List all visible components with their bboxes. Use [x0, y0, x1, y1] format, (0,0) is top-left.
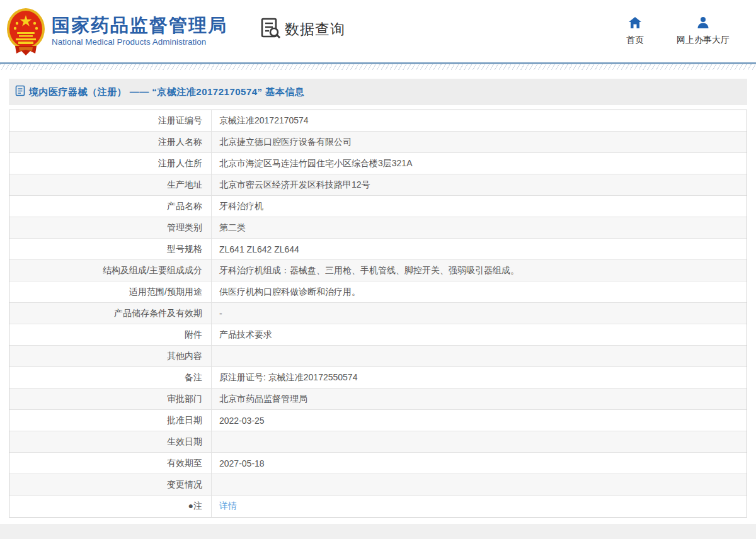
table-row: 备注原注册证号: 京械注准20172550574	[9, 367, 747, 389]
row-label: 注册证编号	[9, 110, 212, 131]
row-label: 注册人住所	[9, 153, 212, 174]
table-row: 管理类别第二类	[9, 217, 747, 239]
document-icon	[15, 85, 25, 99]
row-label: 管理类别	[9, 217, 212, 238]
home-icon	[628, 16, 642, 31]
row-label: 有效期至	[9, 453, 212, 474]
row-label: 生产地址	[9, 174, 212, 195]
table-row: 产品名称牙科治疗机	[9, 196, 747, 217]
row-label: 备注	[9, 367, 212, 388]
document-search-icon	[260, 17, 282, 42]
row-value: 北京捷立德口腔医疗设备有限公司	[212, 132, 747, 152]
row-value: 2022-03-25	[212, 410, 747, 431]
row-label: 产品名称	[9, 196, 212, 217]
table-row: 型号规格ZL641 ZL642 ZL644	[9, 239, 747, 260]
table-row: ●注详情	[9, 496, 747, 517]
detail-link[interactable]: 详情	[219, 501, 237, 512]
row-value: 北京市密云区经济开发区科技路甲12号	[212, 174, 747, 195]
row-label: 适用范围/预期用途	[9, 281, 212, 302]
nav-service-hall-label: 网上办事大厅	[677, 35, 730, 46]
row-value: 京械注准20172170574	[212, 110, 747, 131]
row-label: 变更情况	[9, 474, 212, 495]
row-value: ZL641 ZL642 ZL644	[212, 239, 747, 259]
row-value: 牙科治疗机组成：器械盘、三用枪、手机管线、脚控开关、强弱吸引器组成。	[212, 260, 747, 281]
top-nav: 首页 网上办事大厅	[626, 16, 730, 46]
table-row: 适用范围/预期用途供医疗机构口腔科做诊断和治疗用。	[9, 281, 747, 303]
row-value: 详情	[212, 496, 747, 517]
data-query-label: 数据查询	[285, 20, 345, 39]
header-hatch-pattern	[0, 64, 756, 70]
table-row: 生效日期	[9, 431, 747, 453]
footer-strip	[0, 524, 756, 539]
page-title: 境内医疗器械（注册） —— “京械注准20172170574” 基本信息	[29, 86, 304, 98]
table-row: 产品储存条件及有效期-	[9, 303, 747, 324]
row-value: 北京市药品监督管理局	[212, 389, 747, 409]
row-value	[212, 346, 747, 366]
row-value: 第二类	[212, 217, 747, 238]
table-row: 变更情况	[9, 474, 747, 496]
data-query-section[interactable]: 数据查询	[260, 17, 345, 42]
row-label: 附件	[9, 324, 212, 345]
row-label: 结构及组成/主要组成成分	[9, 260, 212, 281]
header: 国家药品监督管理局 National Medical Products Admi…	[0, 0, 756, 62]
table-row: 批准日期2022-03-25	[9, 410, 747, 431]
row-label: 审批部门	[9, 389, 212, 409]
row-value: 牙科治疗机	[212, 196, 747, 217]
row-value: 原注册证号: 京械注准20172550574	[212, 367, 747, 388]
agency-title-block: 国家药品监督管理局 National Medical Products Admi…	[52, 16, 227, 47]
table-row: 注册证编号京械注准20172170574	[9, 110, 747, 132]
agency-name-en: National Medical Products Administration	[52, 37, 227, 47]
row-label: 生效日期	[9, 431, 212, 452]
table-row: 注册人住所北京市海淀区马连洼竹园住宅小区综合楼3层321A	[9, 153, 747, 174]
row-value	[212, 431, 747, 452]
row-label: 其他内容	[9, 346, 212, 366]
table-row: 附件产品技术要求	[9, 324, 747, 346]
row-value: 产品技术要求	[212, 324, 747, 345]
national-emblem-logo	[6, 7, 45, 56]
row-label: ●注	[9, 496, 212, 517]
row-label: 产品储存条件及有效期	[9, 303, 212, 324]
row-value: -	[212, 303, 747, 324]
title-bar: 境内医疗器械（注册） —— “京械注准20172170574” 基本信息	[9, 79, 747, 105]
table-row: 有效期至2027-05-18	[9, 453, 747, 474]
registration-info-table: 注册证编号京械注准20172170574注册人名称北京捷立德口腔医疗设备有限公司…	[9, 110, 747, 518]
row-value: 北京市海淀区马连洼竹园住宅小区综合楼3层321A	[212, 153, 747, 174]
row-label: 批准日期	[9, 410, 212, 431]
row-label: 注册人名称	[9, 132, 212, 152]
table-row: 注册人名称北京捷立德口腔医疗设备有限公司	[9, 132, 747, 153]
nav-home-label: 首页	[626, 35, 644, 46]
table-row: 结构及组成/主要组成成分牙科治疗机组成：器械盘、三用枪、手机管线、脚控开关、强弱…	[9, 260, 747, 281]
table-row: 审批部门北京市药品监督管理局	[9, 389, 747, 410]
user-icon	[696, 16, 710, 31]
row-label: 型号规格	[9, 239, 212, 259]
row-value	[212, 474, 747, 495]
row-value: 2027-05-18	[212, 453, 747, 474]
agency-name-zh: 国家药品监督管理局	[52, 16, 227, 36]
table-row: 生产地址北京市密云区经济开发区科技路甲12号	[9, 174, 747, 196]
row-value: 供医疗机构口腔科做诊断和治疗用。	[212, 281, 747, 302]
table-row: 其他内容	[9, 346, 747, 367]
nav-item-service-hall[interactable]: 网上办事大厅	[677, 16, 730, 46]
nav-item-home[interactable]: 首页	[626, 16, 644, 46]
